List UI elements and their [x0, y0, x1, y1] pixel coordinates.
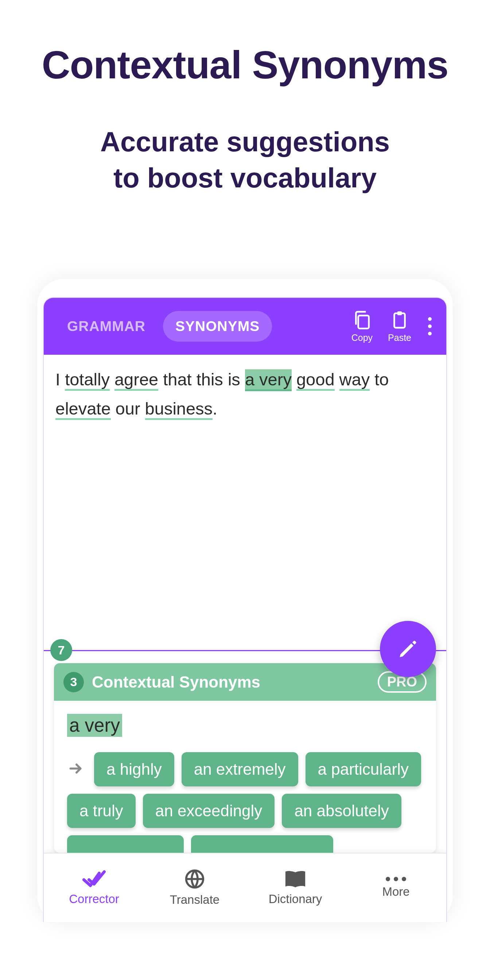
- nav-label: More: [382, 885, 409, 899]
- hero-title: Contextual Synonyms: [0, 42, 490, 88]
- text: [110, 370, 115, 389]
- synonym-chip-partial[interactable]: [191, 835, 333, 853]
- word-totally[interactable]: totally: [65, 370, 110, 391]
- panel-title: Contextual Synonyms: [92, 673, 370, 691]
- word-way[interactable]: way: [339, 370, 370, 391]
- phone-frame: GRAMMAR SYNONYMS Copy Paste: [37, 279, 453, 922]
- copy-icon: [353, 310, 371, 330]
- panel-header: 3 Contextual Synonyms PRO: [54, 663, 436, 701]
- text: to: [370, 370, 389, 389]
- bottom-nav: Corrector Translate Dictionary More: [44, 853, 446, 922]
- synonyms-panel: 3 Contextual Synonyms PRO a very a highl…: [54, 663, 436, 853]
- synonym-chips: a highly an extremely a particularly a t…: [67, 752, 423, 853]
- svg-rect-2: [398, 311, 402, 315]
- synonym-chip[interactable]: a highly: [94, 752, 174, 786]
- overflow-menu-button[interactable]: [422, 317, 438, 336]
- text: I: [56, 370, 65, 389]
- suggestion-count-badge[interactable]: 7: [50, 639, 72, 661]
- nav-dictionary[interactable]: Dictionary: [245, 853, 345, 922]
- svg-rect-1: [394, 313, 405, 328]
- panel-count-badge: 3: [64, 672, 84, 692]
- phrase-a-very[interactable]: a very: [245, 369, 292, 391]
- paste-icon: [390, 310, 409, 330]
- arrow-right-icon: [68, 760, 84, 778]
- app-topbar: GRAMMAR SYNONYMS Copy Paste: [44, 298, 446, 355]
- nav-label: Corrector: [69, 892, 119, 906]
- word-good[interactable]: good: [296, 370, 335, 391]
- tab-synonyms[interactable]: SYNONYMS: [163, 311, 272, 342]
- pencil-icon: [397, 638, 419, 660]
- paste-button[interactable]: Paste: [383, 310, 416, 343]
- nav-corrector[interactable]: Corrector: [44, 853, 145, 922]
- synonym-chip[interactable]: an extremely: [181, 752, 298, 786]
- text: .: [213, 399, 217, 418]
- editor-area[interactable]: I totally agree that this is a very good…: [44, 355, 446, 650]
- more-icon: [386, 877, 406, 881]
- hero-sub-line2: to boost vocabulary: [113, 162, 377, 193]
- copy-button[interactable]: Copy: [346, 310, 378, 343]
- tab-grammar[interactable]: GRAMMAR: [55, 311, 158, 342]
- svg-rect-0: [358, 315, 369, 328]
- nav-translate[interactable]: Translate: [145, 853, 245, 922]
- copy-label: Copy: [352, 332, 372, 343]
- paste-label: Paste: [388, 332, 411, 343]
- panel-wrap: 3 Contextual Synonyms PRO a very a highl…: [44, 650, 446, 853]
- nav-label: Translate: [170, 893, 220, 907]
- text: that this is: [158, 370, 245, 389]
- synonym-chip[interactable]: an absolutely: [282, 794, 401, 828]
- dot-icon: [428, 325, 432, 328]
- nav-more[interactable]: More: [345, 853, 446, 922]
- check-icon: [81, 870, 107, 888]
- book-icon: [284, 870, 307, 888]
- synonym-chip[interactable]: an exceedingly: [143, 794, 275, 828]
- edit-fab[interactable]: [380, 621, 436, 677]
- dot-icon: [428, 317, 432, 321]
- synonym-chip[interactable]: a truly: [67, 794, 135, 828]
- selected-phrase: a very: [67, 714, 122, 737]
- word-agree[interactable]: agree: [115, 370, 158, 391]
- word-business[interactable]: business: [145, 399, 213, 420]
- synonym-chip-partial[interactable]: [67, 835, 184, 853]
- nav-label: Dictionary: [269, 892, 322, 906]
- synonym-chip[interactable]: a particularly: [305, 752, 421, 786]
- text: [335, 370, 339, 389]
- hero-sub-line1: Accurate suggestions: [100, 126, 390, 157]
- text: [292, 370, 296, 389]
- globe-icon: [185, 869, 205, 889]
- word-elevate[interactable]: elevate: [56, 399, 111, 420]
- dot-icon: [428, 332, 432, 336]
- phone-screen: GRAMMAR SYNONYMS Copy Paste: [43, 297, 447, 922]
- panel-body: a very a highly an extremely a particula…: [54, 701, 436, 853]
- hero-subtitle: Accurate suggestions to boost vocabulary: [0, 124, 490, 196]
- text: our: [111, 399, 145, 418]
